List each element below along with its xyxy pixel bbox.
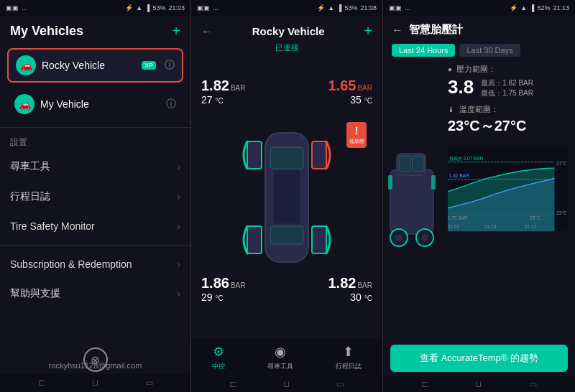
add-btn-p2[interactable]: + <box>364 23 372 39</box>
trips-icon: ⬆ <box>343 344 354 360</box>
menu-label-tire: Tire Safety Monitor <box>10 220 95 232</box>
status-bar-p2: ▣▣ ... ⚡ ▲ ▐ 53% 21:08 <box>191 0 382 16</box>
status-dots: ... <box>22 4 27 11</box>
status-right: ⚡ ▲ ▐ 53% 21:03 <box>125 4 185 11</box>
svg-rect-10 <box>399 156 410 172</box>
p2-battery-pct: 53% <box>344 4 357 11</box>
tab-30d[interactable]: Last 30 Days <box>459 44 520 57</box>
bluetooth-icon: ⚡ <box>125 4 133 11</box>
nav-back-icon-p1[interactable]: ⊏ <box>38 378 45 388</box>
svg-rect-16 <box>388 175 392 190</box>
warning-badge: ! 低胎壓 <box>346 122 367 148</box>
vehicle-badge: XP <box>142 61 156 70</box>
car-side-view <box>383 61 441 342</box>
pressure-stat-block: ● 壓力範圍： 3.8 最高：1.82 BAR 最低：1.75 BAR <box>448 64 568 98</box>
menu-label-subscription: Subscription & Redemption <box>10 258 132 270</box>
pressure-icon: ● <box>448 65 452 73</box>
chevron-icon-help: › <box>177 288 180 299</box>
car-diagram: 1.82 BAR 27 °C 1.65 BAR 35 °C <box>191 56 382 339</box>
p2-nav-recent[interactable]: ▭ <box>336 379 344 389</box>
tr-bar-unit: BAR <box>357 84 372 92</box>
settings-section-label: 設置 <box>0 132 190 151</box>
menu-item-tire[interactable]: Tire Safety Monitor › <box>0 212 190 241</box>
battery-pct: 53% <box>152 4 165 11</box>
panel1-header: My Vehicles + <box>0 16 190 45</box>
svg-point-13 <box>395 234 402 241</box>
time-p1: 21:03 <box>168 4 185 11</box>
add-vehicle-button[interactable]: + <box>172 23 180 39</box>
tl-bar-value: 1.82 <box>201 78 229 94</box>
p3-signal-icon: ▣▣ <box>389 4 402 11</box>
panel3-page-title: 智慧胎壓計 <box>409 23 463 37</box>
time-range-tabs: Last 24 Hours Last 30 Days <box>383 41 575 61</box>
selected-vehicle-item[interactable]: 🚗 Rocky Vehicle XP ⓘ <box>7 48 183 83</box>
menu-item-subscription[interactable]: Subscription & Redemption › <box>0 250 190 279</box>
my-vehicle-icon: 🚗 <box>14 94 34 114</box>
svg-text:23°C: 23°C <box>530 215 540 220</box>
status-bar-p3: ▣▣ ... ⚡ ▲ ▐ 52% 21:13 <box>383 0 575 16</box>
nav-bar-p1: ⊏ ⊔ ▭ <box>0 373 190 392</box>
menu-item-help[interactable]: 幫助與支援 › <box>0 279 190 309</box>
svg-rect-5 <box>312 141 326 169</box>
menu-item-finder[interactable]: 尋車工具 › <box>0 151 190 182</box>
svg-rect-17 <box>431 175 436 190</box>
svg-text:1.75 BAR: 1.75 BAR <box>448 215 468 220</box>
divider-1 <box>0 127 190 128</box>
p2-status-right: ⚡ ▲ ▐ 53% 21:08 <box>317 4 377 11</box>
menu-label-trips: 行程日誌 <box>10 190 50 203</box>
trips-label: 行程日誌 <box>336 362 362 371</box>
svg-text:21:10: 21:10 <box>484 224 497 229</box>
back-arrow-p3[interactable]: ← <box>392 24 403 37</box>
pressure-icon-row: ● 壓力範圍： <box>448 64 568 75</box>
menu-item-trips[interactable]: 行程日誌 › <box>0 182 190 212</box>
p3-wifi-icon: ▲ <box>520 4 527 11</box>
back-arrow-p2[interactable]: ← <box>201 25 213 38</box>
panel2-header: ← Rocky Vehicle + <box>191 16 382 42</box>
panel2-page-title: Rocky Vehicle <box>252 25 325 37</box>
tl-temp-value: 27 <box>201 94 213 106</box>
svg-text:推薦的 2.07 BAR: 推薦的 2.07 BAR <box>449 156 484 161</box>
p2-nav-home[interactable]: ⊔ <box>283 379 290 389</box>
svg-text:23°C: 23°C <box>556 210 567 215</box>
bl-bar-value: 1.86 <box>201 275 229 291</box>
info-icon[interactable]: ⓘ <box>165 59 175 72</box>
my-vehicle-name: My Vehicle <box>40 98 157 110</box>
br-temp: 30 °C <box>328 291 373 303</box>
p3-nav-back[interactable]: ⊏ <box>421 379 428 389</box>
svg-point-15 <box>421 234 428 241</box>
tl-bar-unit: BAR <box>231 84 246 92</box>
nav-recent-icon-p1[interactable]: ▭ <box>145 378 153 388</box>
pressure-max: 最高：1.82 BAR <box>481 78 533 88</box>
panel-tire-pressure: ▣▣ ... ⚡ ▲ ▐ 52% 21:13 ← 智慧胎壓計 Last 24 H… <box>383 0 575 392</box>
bl-temp-value: 29 <box>201 291 213 303</box>
tire-reading-bl: 1.86 BAR 29 °C <box>201 275 246 303</box>
my-vehicle-info-icon[interactable]: ⓘ <box>166 98 176 111</box>
p2-nav-back[interactable]: ⊏ <box>229 379 236 389</box>
warning-label: 低胎壓 <box>349 138 364 145</box>
accurate-temp-cta-button[interactable]: 查看 AccurateTemp® 的趨勢 <box>390 345 568 372</box>
p3-nav-recent[interactable]: ▭ <box>529 379 537 389</box>
p2-bluetooth-icon: ⚡ <box>317 4 325 11</box>
p3-nav-home[interactable]: ⊔ <box>475 379 482 389</box>
panel3-stats-and-chart: ● 壓力範圍： 3.8 最高：1.82 BAR 最低：1.75 BAR 🌡 溫度… <box>441 61 575 342</box>
status-bar-p1: ▣▣ ... ⚡ ▲ ▐ 53% 21:03 <box>0 0 190 16</box>
nav-item-control[interactable]: ⚙ 中控 <box>212 344 225 371</box>
tab-24h[interactable]: Last 24 Hours <box>392 44 455 57</box>
svg-text:21:12: 21:12 <box>525 224 537 229</box>
my-vehicle-item[interactable]: 🚗 My Vehicle ⓘ <box>7 88 183 120</box>
svg-text:1.82 BAR: 1.82 BAR <box>449 173 469 178</box>
nav-item-finder[interactable]: ◉ 尋車工具 <box>267 344 293 371</box>
nav-home-icon-p1[interactable]: ⊔ <box>92 378 98 388</box>
nav-item-trips[interactable]: ⬆ 行程日誌 <box>336 344 362 371</box>
svg-rect-6 <box>247 226 262 253</box>
p2-battery-icon: ▐ <box>337 4 341 11</box>
br-temp-value: 30 <box>350 291 362 303</box>
p3-dots: ... <box>405 4 410 11</box>
panel3-main-content: ● 壓力範圍： 3.8 最高：1.82 BAR 最低：1.75 BAR 🌡 溫度… <box>383 61 575 342</box>
menu-label-finder: 尋車工具 <box>10 160 50 173</box>
p3-time: 21:13 <box>553 4 569 11</box>
car-top-view-svg <box>240 111 334 284</box>
bl-temp-unit: °C <box>215 294 223 302</box>
close-circle-button[interactable]: ⊗ <box>83 347 108 372</box>
panel-my-vehicles: ▣▣ ... ⚡ ▲ ▐ 53% 21:03 My Vehicles + 🚗 R… <box>0 0 191 392</box>
